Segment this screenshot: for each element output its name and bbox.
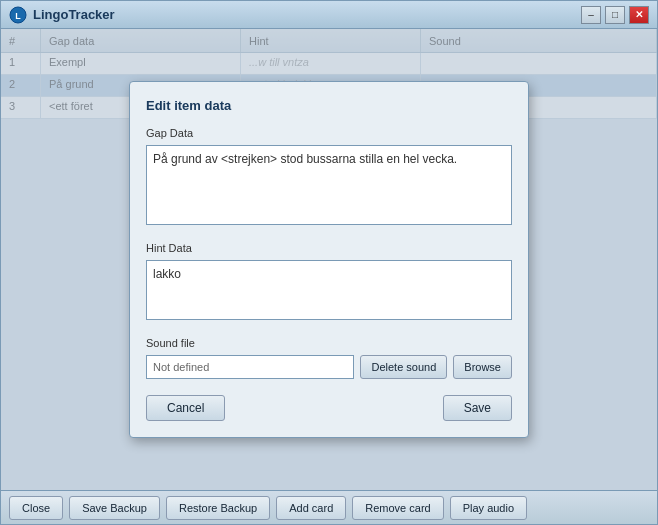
remove-card-button[interactable]: Remove card [352, 496, 443, 520]
sound-file-label: Sound file [146, 337, 512, 349]
bottom-toolbar: Close Save Backup Restore Backup Add car… [1, 490, 657, 524]
add-card-button[interactable]: Add card [276, 496, 346, 520]
app-title: LingoTracker [33, 7, 581, 22]
app-logo: L [9, 6, 27, 24]
edit-item-modal: Edit item data Gap Data På grund av <str… [129, 81, 529, 438]
delete-sound-button[interactable]: Delete sound [360, 355, 447, 379]
window-controls: – □ ✕ [581, 6, 649, 24]
modal-title: Edit item data [146, 98, 512, 113]
svg-text:L: L [15, 11, 21, 21]
maximize-button[interactable]: □ [605, 6, 625, 24]
close-window-button[interactable]: ✕ [629, 6, 649, 24]
gap-data-label: Gap Data [146, 127, 512, 139]
main-content: # Gap data Hint Sound 1 Exempl ...w till… [1, 29, 657, 490]
save-button[interactable]: Save [443, 395, 512, 421]
titlebar: L LingoTracker – □ ✕ [1, 1, 657, 29]
modal-overlay: Edit item data Gap Data På grund av <str… [1, 29, 657, 490]
minimize-button[interactable]: – [581, 6, 601, 24]
modal-actions: Cancel Save [146, 395, 512, 421]
close-button[interactable]: Close [9, 496, 63, 520]
sound-row: Delete sound Browse [146, 355, 512, 379]
restore-backup-button[interactable]: Restore Backup [166, 496, 270, 520]
hint-data-label: Hint Data [146, 242, 512, 254]
cancel-button[interactable]: Cancel [146, 395, 225, 421]
hint-data-textarea[interactable]: lakko [146, 260, 512, 320]
gap-data-textarea[interactable]: På grund av <strejken> stod bussarna sti… [146, 145, 512, 225]
app-window: L LingoTracker – □ ✕ # Gap data Hint Sou… [0, 0, 658, 525]
browse-button[interactable]: Browse [453, 355, 512, 379]
save-backup-button[interactable]: Save Backup [69, 496, 160, 520]
sound-file-input[interactable] [146, 355, 354, 379]
play-audio-button[interactable]: Play audio [450, 496, 527, 520]
